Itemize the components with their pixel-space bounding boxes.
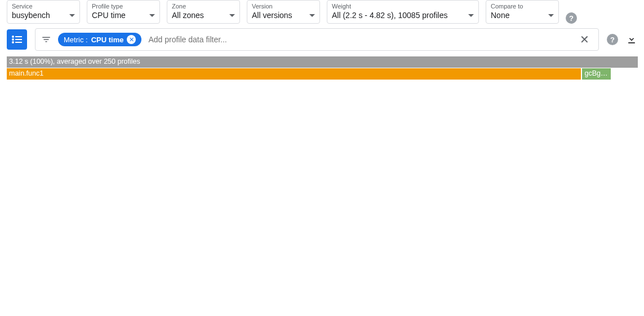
filter-input[interactable] [148, 35, 570, 44]
flame-frame[interactable]: gcBgMar… [582, 68, 610, 80]
list-icon [12, 36, 22, 43]
chevron-down-icon [229, 14, 235, 17]
version-value: All versions [252, 11, 292, 20]
compare-to-label: Compare to [491, 3, 554, 10]
chevron-down-icon [468, 14, 474, 17]
weight-value: All (2.2 s - 4.82 s), 10085 profiles [332, 11, 447, 20]
chevron-down-icon [548, 14, 554, 17]
profile-type-label: Profile type [92, 3, 155, 10]
version-label: Version [252, 3, 315, 10]
list-view-button[interactable] [7, 29, 27, 50]
chevron-down-icon [309, 14, 315, 17]
svg-rect-5 [15, 42, 22, 43]
service-value: busybench [12, 11, 50, 20]
svg-rect-3 [15, 39, 22, 40]
toolbar: Metric : CPU time ✕ ✕ ? [0, 28, 644, 56]
service-label: Service [12, 3, 75, 10]
flame-graph: 3.12 s (100%), averaged over 250 profile… [7, 56, 638, 80]
zone-dropdown[interactable]: Zone All zones [167, 0, 240, 24]
chevron-down-icon [149, 14, 155, 17]
version-dropdown[interactable]: Version All versions [247, 0, 320, 24]
profile-type-value: CPU time [92, 11, 126, 20]
svg-point-2 [12, 38, 14, 41]
weight-label: Weight [332, 3, 474, 10]
service-dropdown[interactable]: Service busybench [7, 0, 80, 24]
filter-icon[interactable] [41, 34, 51, 45]
compare-to-dropdown[interactable]: Compare to None [486, 0, 559, 24]
zone-label: Zone [172, 3, 235, 10]
download-icon[interactable] [626, 34, 637, 45]
svg-point-4 [12, 41, 14, 43]
filter-bar: Service busybench Profile type CPU time … [0, 0, 644, 28]
filter-input-row: Metric : CPU time ✕ ✕ [35, 28, 599, 51]
zone-value: All zones [172, 11, 204, 20]
metric-chip[interactable]: Metric : CPU time ✕ [58, 33, 141, 46]
compare-to-value: None [491, 11, 509, 20]
weight-dropdown[interactable]: Weight All (2.2 s - 4.82 s), 10085 profi… [327, 0, 479, 24]
clear-filter-button[interactable]: ✕ [576, 33, 593, 46]
svg-rect-1 [15, 36, 22, 37]
svg-point-0 [12, 36, 14, 38]
metric-chip-prefix: Metric : [64, 36, 88, 44]
metric-chip-remove[interactable]: ✕ [127, 35, 136, 44]
flame-summary[interactable]: 3.12 s (100%), averaged over 250 profile… [7, 56, 638, 68]
profile-type-dropdown[interactable]: Profile type CPU time [87, 0, 160, 24]
help-icon[interactable]: ? [566, 12, 577, 24]
chevron-down-icon [69, 14, 75, 17]
flame-frame[interactable]: main.func1 [7, 68, 581, 80]
metric-chip-value: CPU time [91, 36, 124, 44]
help-icon-toolbar[interactable]: ? [607, 34, 618, 45]
